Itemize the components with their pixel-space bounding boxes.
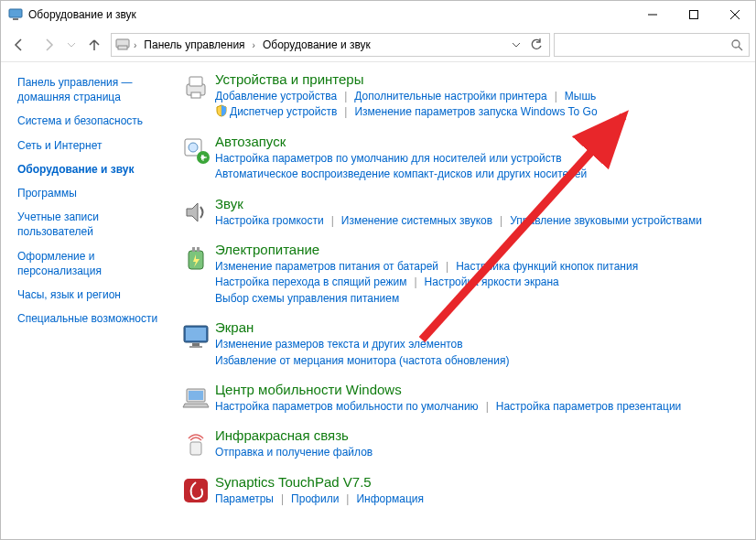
link-separator: | — [446, 259, 448, 275]
link-separator: | — [500, 213, 502, 229]
svg-point-14 — [189, 143, 198, 152]
category-link[interactable]: Управление звуковыми устройствами — [510, 213, 702, 229]
category-title[interactable]: Центр мобильности Windows — [215, 382, 739, 397]
category-title[interactable]: Инфракрасная связь — [215, 427, 739, 443]
category-link[interactable]: Дополнительные настройки принтера — [354, 89, 546, 104]
content: Устройства и принтерыДобавление устройст… — [177, 62, 755, 540]
category-link[interactable]: Диспетчер устройств — [215, 104, 337, 120]
sidebar-item[interactable]: Сеть и Интернет — [17, 138, 167, 153]
category-links: Настройка параметров мобильности по умол… — [215, 399, 739, 415]
sidebar-item[interactable]: Оборудование и звук — [17, 162, 167, 177]
chevron-right-icon[interactable]: › — [253, 40, 255, 50]
forward-button[interactable] — [36, 32, 61, 58]
shield-icon — [215, 104, 228, 117]
category-section: ЭкранИзменение размеров текста и других … — [177, 319, 739, 369]
category-title[interactable]: Электропитание — [215, 242, 739, 257]
category-link[interactable]: Настройка громкости — [215, 213, 324, 229]
sidebar-item[interactable]: Программы — [17, 186, 167, 200]
chevron-right-icon[interactable]: › — [134, 40, 136, 50]
svg-rect-22 — [189, 346, 202, 348]
category-link[interactable]: Настройка параметров по умолчанию для но… — [215, 151, 562, 167]
category-links: Настройка громкости|Изменение системных … — [215, 213, 739, 229]
category-link[interactable]: Изменение системных звуков — [341, 213, 492, 229]
category-link[interactable]: Автоматическое воспроизведение компакт-д… — [215, 167, 587, 182]
category-title[interactable]: Автозапуск — [215, 134, 739, 149]
link-separator: | — [346, 491, 349, 507]
sidebar-item[interactable]: Оформление и персонализация — [17, 249, 167, 278]
category-section: Устройства и принтерыДобавление устройст… — [177, 71, 739, 121]
category-title[interactable]: Synaptics TouchPad V7.5 — [215, 474, 739, 490]
category-title[interactable]: Устройства и принтеры — [215, 71, 739, 87]
category-links: Параметры|Профили|Информация — [215, 491, 739, 507]
category-link[interactable]: Изменение размеров текста и других элеме… — [215, 337, 463, 352]
category-title[interactable]: Звук — [215, 196, 739, 211]
category-link[interactable]: Выбор схемы управления питанием — [215, 291, 399, 307]
power-icon — [181, 243, 211, 273]
svg-rect-11 — [189, 77, 202, 86]
minimize-button[interactable] — [632, 1, 673, 28]
search-icon — [730, 38, 743, 51]
category-link[interactable]: Добавление устройства — [215, 89, 337, 104]
svg-rect-18 — [197, 247, 200, 252]
breadcrumb-current[interactable]: Оборудование и звук — [259, 35, 374, 55]
sidebar-item[interactable]: Часы, язык и регион — [17, 287, 167, 302]
search-input[interactable] — [554, 33, 750, 57]
link-separator: | — [281, 491, 284, 507]
category-link[interactable]: Настройка параметров презентации — [496, 399, 682, 415]
link-separator: | — [344, 104, 347, 120]
category-link[interactable]: Изменение параметров питания от батарей — [215, 259, 438, 275]
app-icon — [8, 7, 23, 22]
svg-point-8 — [732, 40, 740, 48]
category-links: Добавление устройства|Дополнительные нас… — [215, 89, 739, 121]
sidebar: Панель управления — домашняя страницаСис… — [1, 62, 177, 540]
category-title[interactable]: Экран — [215, 319, 739, 335]
maximize-button[interactable] — [673, 1, 714, 28]
category-section: ЗвукНастройка громкости|Изменение систем… — [177, 196, 739, 229]
svg-line-9 — [739, 47, 742, 50]
category-link[interactable]: Изменение параметров запуска Windows To … — [354, 104, 597, 120]
link-separator: | — [414, 275, 416, 290]
window-title: Оборудование и звук — [28, 8, 632, 21]
address-bar[interactable]: › Панель управления › Оборудование и зву… — [111, 33, 550, 57]
up-button[interactable] — [81, 32, 107, 58]
link-separator: | — [555, 89, 557, 104]
svg-rect-21 — [192, 343, 200, 346]
refresh-button[interactable] — [527, 35, 545, 55]
display-icon — [181, 321, 211, 351]
category-link[interactable]: Информация — [356, 491, 423, 507]
category-links: Изменение параметров питания от батарей|… — [215, 259, 739, 307]
category-section: Центр мобильности WindowsНастройка парам… — [177, 382, 739, 415]
mobility-icon — [181, 383, 211, 413]
category-link[interactable]: Настройка параметров мобильности по умол… — [215, 399, 479, 415]
category-link[interactable]: Отправка и получение файлов — [215, 445, 373, 460]
address-icon — [115, 38, 130, 52]
address-dropdown[interactable] — [507, 35, 525, 55]
devices-printers-icon — [181, 73, 211, 103]
recent-dropdown[interactable] — [65, 32, 78, 58]
category-link[interactable]: Настройка функций кнопок питания — [456, 259, 638, 275]
category-links: Настройка параметров по умолчанию для но… — [215, 151, 739, 183]
sidebar-item[interactable]: Учетные записи пользователей — [17, 210, 167, 239]
svg-rect-24 — [189, 391, 203, 400]
sidebar-item[interactable]: Панель управления — домашняя страница — [17, 75, 167, 104]
category-link[interactable]: Избавление от мерцания монитора (частота… — [215, 353, 509, 369]
category-link[interactable]: Параметры — [215, 491, 274, 507]
category-links: Изменение размеров текста и других элеме… — [215, 337, 739, 369]
category-link[interactable]: Профили — [291, 491, 339, 507]
category-link[interactable]: Мышь — [565, 89, 597, 104]
synaptics-icon — [181, 476, 211, 505]
category-section: Инфракрасная связьОтправка и получение ф… — [177, 427, 739, 460]
toolbar: › Панель управления › Оборудование и зву… — [1, 28, 755, 62]
svg-rect-7 — [118, 46, 127, 49]
category-link[interactable]: Настройка перехода в спящий режим — [215, 275, 406, 290]
category-section: ЭлектропитаниеИзменение параметров питан… — [177, 242, 739, 307]
svg-rect-1 — [13, 18, 18, 20]
autoplay-icon — [181, 135, 211, 165]
sidebar-item[interactable]: Система и безопасность — [17, 113, 167, 128]
sidebar-item[interactable]: Специальные возможности — [17, 311, 167, 326]
back-button[interactable] — [6, 32, 32, 58]
breadcrumb-root[interactable]: Панель управления — [140, 35, 248, 55]
category-link[interactable]: Настройка яркости экрана — [425, 275, 559, 290]
close-button[interactable] — [714, 1, 755, 28]
infrared-icon — [181, 429, 211, 459]
